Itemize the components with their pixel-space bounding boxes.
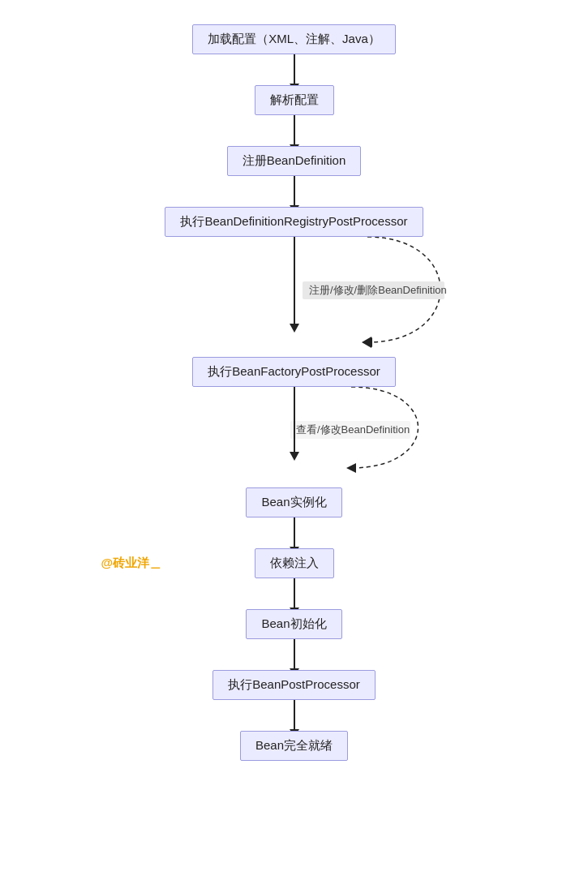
node-bean-ready: Bean完全就绪	[240, 731, 348, 761]
watermark: @砖业洋＿	[101, 556, 162, 571]
node-bean-instantiate: Bean实例化	[246, 487, 341, 517]
node-register-bean-def: 注册BeanDefinition	[227, 146, 362, 176]
node-bean-init: Bean初始化	[246, 609, 341, 639]
node-parse-config: 解析配置	[255, 85, 334, 115]
arrow-6	[294, 517, 295, 548]
svg-marker-2	[363, 337, 372, 347]
middle-section: @砖业洋＿ 执行BeanDefinitionRegistryPostProces…	[51, 207, 538, 517]
svg-marker-12	[290, 452, 299, 461]
diagram-container: 加载配置（XML、注解、Java） 解析配置 注册BeanDefinition …	[0, 16, 588, 769]
arrow-8	[294, 639, 295, 670]
arrow-7	[294, 578, 295, 609]
svg-text:注册/修改/删除BeanDefinition: 注册/修改/删除BeanDefinition	[309, 284, 447, 296]
svg-loop-arrows: 注册/修改/删除BeanDefinition	[51, 237, 538, 375]
arrow-9	[294, 700, 295, 731]
arrow-2	[294, 115, 295, 146]
svg-loop-arrows-2: 查看/修改BeanDefinition	[51, 387, 538, 492]
node-exec-factory-pp: 执行BeanFactoryPostProcessor	[192, 357, 396, 387]
arrow-1	[294, 54, 295, 85]
arrow-3	[294, 176, 295, 207]
svg-marker-6	[290, 324, 299, 333]
svg-marker-8	[346, 463, 356, 473]
svg-text:查看/修改BeanDefinition: 查看/修改BeanDefinition	[296, 423, 410, 436]
node-exec-bean-pp: 执行BeanPostProcessor	[212, 670, 376, 700]
node-dependency-inject: 依赖注入	[255, 548, 334, 578]
node-exec-registry-pp: 执行BeanDefinitionRegistryPostProcessor	[165, 207, 423, 237]
node-load-config: 加载配置（XML、注解、Java）	[192, 24, 396, 54]
